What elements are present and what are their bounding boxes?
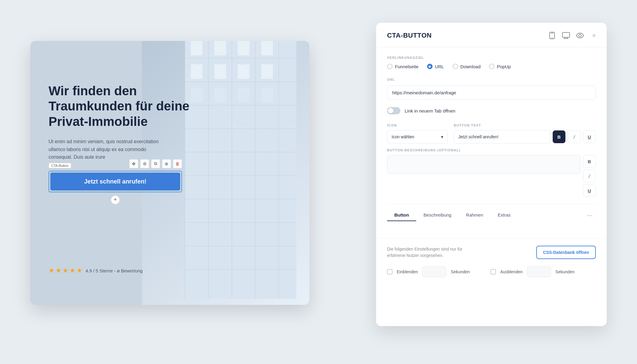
button-text-col-label: BUTTON TEXT bbox=[454, 123, 596, 127]
radio-funnelseite[interactable]: Funnelseite bbox=[387, 64, 419, 69]
desc-bold-button[interactable]: B bbox=[583, 155, 596, 168]
radio-label-download: Download bbox=[460, 64, 481, 69]
cta-wrapper: Jetzt schnell anrufen! bbox=[49, 171, 182, 192]
copy-icon[interactable]: ⧉ bbox=[151, 159, 160, 168]
url-label: URL bbox=[387, 78, 596, 81]
preview-content: Wir finden den Traumkunden für deine Pri… bbox=[49, 83, 206, 204]
icon-select[interactable]: Icon wählen ▾ bbox=[387, 130, 448, 143]
preview-description: Ut enim ad minim veniam, quis nostrud ex… bbox=[49, 138, 170, 161]
svg-point-38 bbox=[579, 34, 581, 37]
delete-icon[interactable]: 🗑 bbox=[173, 159, 182, 168]
description-section: BUTTON-BESCHREIBUNG (OPTIONAL) B / U bbox=[387, 148, 596, 197]
toggle-switch[interactable] bbox=[387, 107, 400, 114]
radio-circle-url bbox=[427, 64, 433, 69]
svg-point-32 bbox=[552, 38, 553, 39]
tab-rahmen[interactable]: Rahmen bbox=[459, 209, 490, 221]
icon-text-row: ICON Icon wählen ▾ BUTTON TEXT B / U bbox=[387, 123, 596, 143]
tabs-row: Button Beschreibung Rahmen Extras ··· bbox=[387, 204, 596, 221]
desc-input[interactable] bbox=[387, 155, 581, 174]
settings-panel: CTA-BUTTON bbox=[376, 23, 607, 326]
desc-format-btns: B / U bbox=[583, 155, 596, 197]
chevron-down-icon: ▾ bbox=[441, 134, 443, 139]
cta-area: CTA-Button ✥ ⚙ ⧉ ⊕ 🗑 Jetzt schnell anruf… bbox=[49, 171, 182, 204]
button-text-col: BUTTON TEXT B / U bbox=[454, 123, 596, 143]
star-4: ★ bbox=[69, 267, 76, 275]
ausblenden-label: Ausblenden bbox=[500, 269, 523, 274]
icon-col: ICON Icon wählen ▾ bbox=[387, 123, 448, 143]
underline-button[interactable]: U bbox=[583, 130, 596, 143]
bottom-section: Die folgenden Einstellungen sind nur für… bbox=[376, 238, 607, 285]
svg-rect-18 bbox=[238, 41, 250, 56]
radio-label-popup: PopUp bbox=[497, 64, 511, 69]
radio-download[interactable]: Download bbox=[453, 64, 481, 69]
bold-button[interactable]: B bbox=[553, 130, 565, 143]
tab-more-button[interactable]: ··· bbox=[583, 209, 596, 221]
radio-circle-funnelseite bbox=[387, 64, 393, 69]
mobile-icon[interactable] bbox=[548, 31, 556, 40]
css-db-row: Die folgenden Einstellungen sind nur für… bbox=[387, 246, 596, 259]
svg-rect-17 bbox=[214, 41, 226, 56]
add-element-button[interactable]: + bbox=[111, 195, 120, 204]
svg-rect-21 bbox=[214, 64, 226, 79]
move-icon[interactable]: ✥ bbox=[129, 159, 138, 168]
toggle-label: Link in neuem Tab öffnen bbox=[405, 108, 455, 113]
button-text-input[interactable] bbox=[454, 130, 550, 143]
italic-button[interactable]: / bbox=[568, 130, 581, 143]
svg-rect-22 bbox=[238, 64, 250, 79]
einblenden-checkbox[interactable] bbox=[387, 269, 393, 275]
preview-title: Wir finden den Traumkunden für deine Pri… bbox=[49, 83, 206, 129]
radio-circle-popup bbox=[489, 64, 494, 69]
text-input-row: B / U bbox=[454, 130, 596, 143]
css-db-button[interactable]: CSS-Datenbank öffnen bbox=[536, 246, 596, 259]
panel-header: CTA-BUTTON bbox=[376, 23, 607, 47]
radio-label-url: URL bbox=[435, 64, 444, 69]
svg-rect-20 bbox=[191, 64, 203, 79]
toggle-row: Link in neuem Tab öffnen bbox=[387, 107, 596, 114]
preview-card: Wir finden den Traumkunden für deine Pri… bbox=[30, 41, 309, 305]
star-icons: ★ ★ ★ ★ ★ bbox=[49, 267, 83, 275]
einblenden-unit: Sekunden bbox=[451, 269, 470, 274]
close-button[interactable]: × bbox=[592, 32, 596, 39]
url-input[interactable] bbox=[387, 86, 596, 100]
radio-url[interactable]: URL bbox=[427, 64, 444, 69]
tab-beschreibung[interactable]: Beschreibung bbox=[416, 209, 459, 221]
ausblenden-input[interactable] bbox=[527, 266, 551, 277]
desc-italic-button[interactable]: / bbox=[583, 170, 596, 182]
eye-icon[interactable] bbox=[576, 31, 584, 40]
tab-extras[interactable]: Extras bbox=[490, 209, 518, 221]
cta-button[interactable]: Jetzt schnell anrufen! bbox=[50, 173, 180, 190]
verlinkungsziel-section: VERLINKUNGSZIEL Funnelseite URL Download bbox=[387, 56, 596, 69]
tab-button[interactable]: Button bbox=[387, 209, 416, 221]
radio-circle-download bbox=[453, 64, 458, 69]
desc-row: B / U bbox=[387, 155, 596, 197]
css-db-text: Die folgenden Einstellungen sind nur für… bbox=[387, 246, 478, 259]
radio-group: Funnelseite URL Download PopUp bbox=[387, 64, 596, 69]
desc-underline-button[interactable]: U bbox=[583, 184, 596, 197]
url-section: URL bbox=[387, 78, 596, 100]
panel-body: VERLINKUNGSZIEL Funnelseite URL Download bbox=[376, 47, 607, 238]
panel-icons: × bbox=[548, 31, 596, 40]
toggle-knob bbox=[388, 108, 393, 113]
svg-rect-34 bbox=[562, 32, 570, 37]
verlinkungsziel-label: VERLINKUNGSZIEL bbox=[387, 56, 596, 59]
desc-label: BUTTON-BESCHREIBUNG (OPTIONAL) bbox=[387, 148, 596, 152]
radio-popup[interactable]: PopUp bbox=[489, 64, 511, 69]
ausblenden-unit: Sekunden bbox=[555, 269, 575, 274]
star-5: ★ bbox=[76, 267, 83, 275]
panel-title: CTA-BUTTON bbox=[387, 32, 432, 39]
svg-rect-25 bbox=[214, 88, 226, 102]
star-3: ★ bbox=[62, 267, 69, 275]
icon-col-label: ICON bbox=[387, 123, 448, 127]
einblenden-input[interactable] bbox=[422, 266, 447, 277]
settings-icon[interactable]: ⚙ bbox=[140, 159, 149, 168]
ausblenden-checkbox[interactable] bbox=[490, 269, 496, 275]
desktop-icon[interactable] bbox=[562, 31, 570, 40]
svg-rect-19 bbox=[261, 41, 273, 56]
star-1: ★ bbox=[49, 267, 55, 275]
svg-rect-27 bbox=[261, 88, 273, 102]
svg-rect-16 bbox=[191, 41, 203, 56]
star-2: ★ bbox=[56, 267, 62, 275]
einblenden-label: Einblenden bbox=[397, 269, 418, 274]
network-icon[interactable]: ⊕ bbox=[162, 159, 171, 168]
rating-text: 4.9 / 5 Sterne - ø Bewertung bbox=[86, 268, 143, 273]
